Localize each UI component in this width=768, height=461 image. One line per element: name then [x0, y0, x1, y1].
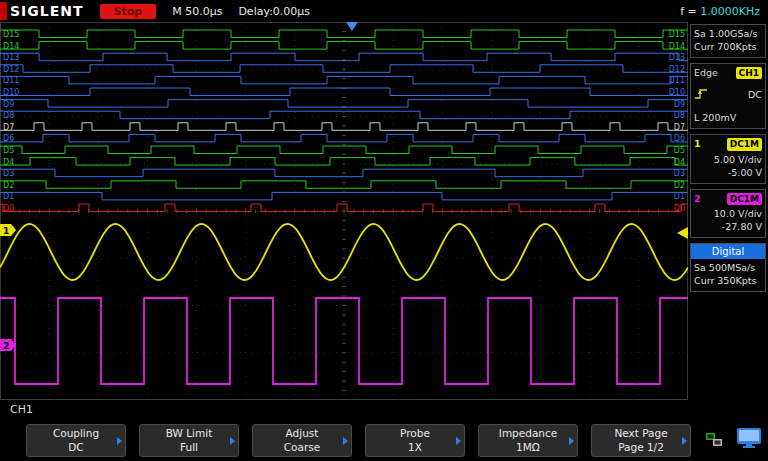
svg-text:D5: D5	[3, 146, 14, 155]
ch2-info-box: 2 DC1M 10.0 V/div -27.80 V	[690, 189, 766, 238]
svg-text:2: 2	[3, 341, 9, 351]
ch2-offset: -27.80 V	[694, 221, 762, 234]
impedance-button[interactable]: Impedance 1MΩ	[478, 424, 578, 457]
svg-text:D10: D10	[669, 88, 685, 97]
svg-text:D12: D12	[669, 65, 685, 74]
rising-edge-icon	[694, 87, 708, 104]
sidebar: Sa 1.00GSa/s Curr 700Kpts Edge CH1 DC L …	[690, 24, 766, 400]
svg-text:D1: D1	[3, 192, 14, 201]
impedance-value: 1MΩ	[516, 441, 540, 455]
ch1-scale: 5.00 V/div	[694, 154, 762, 167]
chevron-right-icon	[682, 437, 687, 445]
oscilloscope-screen: SIGLENT Stop M 50.0μs Delay:0.00μs f = 1…	[0, 0, 768, 461]
next-page-title: Next Page	[614, 427, 667, 441]
probe-title: Probe	[400, 427, 430, 441]
svg-text:D11: D11	[669, 76, 685, 85]
frequency-value: 1.0000KHz	[700, 5, 760, 18]
svg-text:D7: D7	[674, 123, 685, 132]
trigger-source-badge: CH1	[736, 67, 762, 79]
frequency-counter: f = 1.0000KHz	[680, 5, 760, 18]
svg-text:D13: D13	[669, 53, 685, 62]
digital-memory-depth: Curr 350Kpts	[694, 275, 762, 288]
svg-text:D12: D12	[3, 65, 19, 74]
svg-text:D4: D4	[3, 158, 14, 167]
digital-sample-rate: Sa 500MSa/s	[694, 262, 762, 275]
svg-text:D7: D7	[3, 123, 14, 132]
svg-text:D3: D3	[674, 169, 685, 178]
trigger-info-box: Edge CH1 DC L 200mV	[690, 63, 766, 129]
coupling-title: Coupling	[53, 427, 99, 441]
svg-text:D8: D8	[3, 111, 14, 120]
chevron-right-icon	[343, 437, 348, 445]
svg-text:1: 1	[3, 226, 9, 236]
digital-info-box: Digital Sa 500MSa/s Curr 350Kpts	[690, 243, 766, 292]
svg-text:D6: D6	[674, 134, 685, 143]
ch1-number: 1	[694, 138, 701, 151]
svg-text:D8: D8	[674, 111, 685, 120]
adjust-button[interactable]: Adjust Coarse	[252, 424, 352, 457]
analog-sample-rate: Sa 1.00GSa/s	[694, 28, 762, 41]
brand-logo-stripe	[0, 2, 7, 20]
trigger-level: L 200mV	[694, 112, 736, 125]
svg-text:D9: D9	[3, 100, 14, 109]
probe-button[interactable]: Probe 1X	[365, 424, 465, 457]
coupling-value: DC	[68, 441, 83, 455]
run-state-badge[interactable]: Stop	[100, 4, 157, 19]
probe-value: 1X	[408, 441, 422, 455]
impedance-title: Impedance	[499, 427, 557, 441]
svg-text:D0: D0	[674, 204, 685, 213]
svg-text:D4: D4	[674, 158, 685, 167]
header-bar: SIGLENT Stop M 50.0μs Delay:0.00μs f = 1…	[0, 0, 768, 22]
svg-text:D15: D15	[669, 30, 685, 39]
svg-text:D3: D3	[3, 169, 14, 178]
svg-text:D14: D14	[3, 42, 19, 51]
adjust-title: Adjust	[286, 427, 319, 441]
softkey-buttons: Coupling DC BW Limit Full Adjust Coarse …	[26, 424, 691, 457]
active-channel-label: CH1	[10, 403, 33, 416]
bw-limit-title: BW Limit	[166, 427, 213, 441]
ch2-coupling-badge: DC1M	[727, 193, 762, 205]
waveform-display: D15D15D14D14D13D13D12D12D11D11D10D10D9D9…	[0, 22, 688, 400]
chevron-right-icon	[230, 437, 235, 445]
bw-limit-button[interactable]: BW Limit Full	[139, 424, 239, 457]
svg-text:D14: D14	[669, 42, 685, 51]
svg-text:D13: D13	[3, 53, 19, 62]
digital-header: Digital	[691, 244, 765, 260]
svg-text:D2: D2	[3, 181, 14, 190]
analog-memory-depth: Curr 700Kpts	[694, 41, 762, 54]
chevron-right-icon	[456, 437, 461, 445]
trigger-mode: Edge	[694, 67, 718, 80]
timebase-readout: M 50.0μs	[172, 5, 222, 18]
ch1-info-box: 1 DC1M 5.00 V/div -5.00 V	[690, 134, 766, 183]
delay-readout: Delay:0.00μs	[238, 5, 310, 18]
svg-text:D15: D15	[3, 30, 19, 39]
lan-icon	[704, 431, 724, 453]
monitor-icon	[736, 427, 762, 453]
acquisition-info-box: Sa 1.00GSa/s Curr 700Kpts	[690, 24, 766, 58]
bw-limit-value: Full	[180, 441, 198, 455]
svg-text:D2: D2	[674, 181, 685, 190]
svg-text:D6: D6	[3, 134, 14, 143]
svg-text:D10: D10	[3, 88, 19, 97]
ch1-offset: -5.00 V	[694, 167, 762, 180]
ch2-number: 2	[694, 193, 701, 206]
frequency-label: f =	[680, 5, 697, 18]
waveform-svg: D15D15D14D14D13D13D12D12D11D11D10D10D9D9…	[0, 22, 688, 400]
coupling-button[interactable]: Coupling DC	[26, 424, 126, 457]
svg-text:D9: D9	[674, 100, 685, 109]
trigger-coupling: DC	[748, 89, 762, 102]
next-page-button[interactable]: Next Page Page 1/2	[591, 424, 691, 457]
status-icons	[704, 427, 762, 453]
next-page-value: Page 1/2	[618, 441, 664, 455]
svg-text:D0: D0	[3, 204, 14, 213]
svg-text:D5: D5	[674, 146, 685, 155]
svg-text:D1: D1	[674, 192, 685, 201]
brand-logo: SIGLENT	[10, 3, 84, 19]
chevron-right-icon	[117, 437, 122, 445]
ch1-coupling-badge: DC1M	[727, 138, 762, 150]
ch2-scale: 10.0 V/div	[694, 208, 762, 221]
svg-text:D11: D11	[3, 76, 19, 85]
adjust-value: Coarse	[284, 441, 320, 455]
chevron-right-icon	[569, 437, 574, 445]
softkey-menu-bar: Coupling DC BW Limit Full Adjust Coarse …	[0, 420, 768, 461]
